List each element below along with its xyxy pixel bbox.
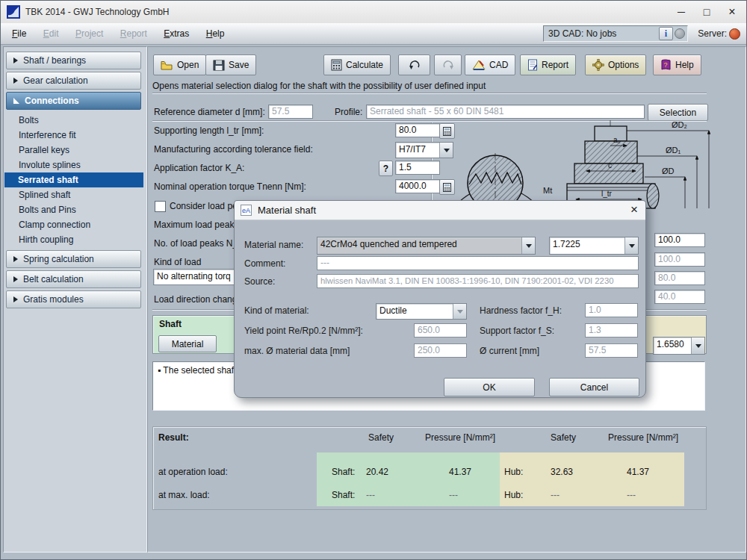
sidebar-item-shaft-bearings[interactable]: Shaft / bearings: [6, 52, 141, 69]
menu-bar: File Edit Project Report Extras Help 3D …: [1, 23, 746, 45]
message-text: ▪ The selected shaf: [158, 365, 234, 376]
open-button[interactable]: Open: [153, 55, 206, 75]
load-peaks-label: No. of load peaks N_: [154, 238, 238, 249]
maximize-button[interactable]: □: [694, 1, 719, 22]
undo-button[interactable]: [398, 55, 430, 75]
material-name-combo[interactable]: 42CrMo4 quenched and tempered: [317, 237, 536, 255]
collapsed-arrow-icon: [13, 276, 18, 282]
dim-c-label: c: [608, 161, 612, 169]
application-factor-field[interactable]: 1.5: [395, 161, 440, 175]
open-folder-icon: [161, 60, 173, 71]
sidebar-item-bolts-and-pins[interactable]: Bolts and Pins: [5, 202, 143, 217]
dim-d1-label: ØD₁: [666, 146, 681, 155]
sidebar-item-interference-fit[interactable]: Interference fit: [5, 128, 143, 143]
reference-diameter-label: Reference diameter d [mm]:: [154, 107, 265, 117]
options-button[interactable]: Options: [585, 55, 646, 75]
menu-help[interactable]: Help: [199, 24, 232, 43]
cad-status-text: 3D CAD: No jobs: [544, 28, 659, 39]
sidebar-item-gratis-modules[interactable]: Gratis modules: [6, 290, 141, 308]
result-value: ---: [449, 490, 501, 500]
cad-info-button[interactable]: i: [659, 27, 673, 40]
result-value: 41.37: [449, 467, 501, 477]
ok-button[interactable]: OK: [444, 378, 535, 396]
tolerance-label: Manufacturing according tolerance field:: [154, 144, 313, 155]
dropdown-arrow-icon[interactable]: [521, 237, 535, 254]
supporting-length-field[interactable]: 80.0: [395, 123, 440, 137]
report-button[interactable]: Report: [520, 55, 576, 75]
application-factor-help-button[interactable]: ?: [379, 161, 393, 176]
sidebar-item-label: Belt calculation: [23, 274, 84, 284]
result-value: 20.42: [366, 467, 418, 477]
menu-edit: Edit: [37, 24, 66, 43]
sidebar-item-involute-splines[interactable]: Involute splines: [5, 158, 143, 172]
sidebar-item-connections[interactable]: Connections: [6, 92, 141, 110]
save-button[interactable]: Save: [205, 55, 256, 75]
sidebar-item-hirth-coupling[interactable]: Hirth coupling: [5, 232, 143, 247]
menu-extras[interactable]: Extras: [157, 24, 196, 43]
consider-load-checkbox[interactable]: [155, 201, 166, 212]
current-diameter-field: 57.5: [585, 343, 638, 358]
right-field-1[interactable]: 100.0: [654, 233, 705, 247]
dropdown-arrow-icon[interactable]: [691, 337, 704, 354]
report-button-label: Report: [542, 60, 568, 70]
dim-ltr-label: l_tr: [601, 190, 613, 198]
expanded-arrow-icon: [13, 98, 19, 104]
material-number-combo-value: 1.7225: [550, 237, 624, 254]
calculator-icon: [331, 59, 342, 71]
consider-load-label: Consider load pe: [170, 201, 238, 211]
kind-of-material-combo-value: Ductile: [376, 304, 453, 319]
material-number-combo[interactable]: 1.7225: [549, 237, 639, 255]
material-name-combo-value: 42CrMo4 quenched and tempered: [317, 237, 521, 254]
sidebar-item-label: Connections: [25, 96, 79, 106]
help-button[interactable]: ? Help: [653, 55, 701, 75]
collapsed-arrow-icon: [13, 256, 18, 262]
dialog-close-button[interactable]: ×: [630, 202, 638, 217]
tolerance-combo-value: H7/IT7: [396, 143, 439, 158]
hardness-factor-field: 1.0: [585, 303, 638, 317]
sidebar-item-label: Gear calculation: [23, 75, 88, 86]
sidebar-item-splined-shaft[interactable]: Splined shaft: [5, 187, 143, 202]
sidebar-item-clamp-connection[interactable]: Clamp connection: [5, 217, 143, 232]
right-field-2: 100.0: [654, 252, 705, 267]
result-safety-header-shaft: Safety: [368, 432, 421, 443]
sidebar-item-spring-calculation[interactable]: Spring calculation: [6, 250, 141, 268]
separator: [152, 93, 707, 94]
cad-button[interactable]: CAD: [465, 55, 515, 75]
sidebar-item-bolts[interactable]: Bolts: [5, 113, 143, 128]
sidebar-item-serrated-shaft[interactable]: Serrated shaft: [4, 172, 143, 187]
result-shaft-label: Shaft:: [332, 467, 355, 477]
sidebar-item-parallel-keys[interactable]: Parallel keys: [5, 143, 143, 158]
result-hub-label: Hub:: [504, 490, 523, 500]
dialog-title: Material shaft: [258, 205, 316, 216]
torque-field[interactable]: 4000.0: [395, 179, 440, 193]
material-name-label: Material name:: [244, 240, 303, 250]
dim-d-label: ØD: [662, 167, 675, 175]
options-button-label: Options: [608, 60, 639, 70]
yield-point-field: 650.0: [414, 323, 467, 337]
shaft-material-button[interactable]: Material: [158, 335, 217, 352]
profile-label: Profile:: [335, 107, 362, 117]
status-hint-text: Opens material selection dialog for the …: [152, 81, 486, 91]
cad-drawing-icon: [472, 59, 486, 71]
calculate-button[interactable]: Calculate: [323, 55, 391, 75]
minimize-button[interactable]: ─: [669, 1, 694, 22]
sidebar-item-gear-calculation[interactable]: Gear calculation: [6, 72, 141, 90]
app-logo-icon: [7, 5, 20, 22]
menu-file[interactable]: File: [5, 24, 33, 43]
cad-button-label: CAD: [489, 60, 508, 70]
hub-ratio-combo[interactable]: 1.6580: [653, 337, 705, 355]
load-direction-label: Load direction chang: [154, 294, 237, 305]
help-button-label: Help: [675, 60, 694, 70]
calculate-button-label: Calculate: [346, 60, 383, 70]
comment-field[interactable]: ---: [317, 256, 639, 270]
sidebar-item-belt-calculation[interactable]: Belt calculation: [6, 270, 141, 288]
dim-a0-label: a₀: [613, 136, 621, 144]
application-factor-label: Application factor K_A:: [154, 163, 244, 173]
current-diameter-label: Ø current [mm]: [480, 346, 539, 356]
close-button[interactable]: ×: [719, 1, 745, 22]
result-title: Result:: [158, 432, 189, 443]
comment-label: Comment:: [244, 258, 285, 269]
dropdown-arrow-icon[interactable]: [624, 237, 638, 254]
cancel-button[interactable]: Cancel: [549, 378, 639, 396]
dialog-title-bar[interactable]: eA Material shaft ×: [235, 201, 645, 220]
